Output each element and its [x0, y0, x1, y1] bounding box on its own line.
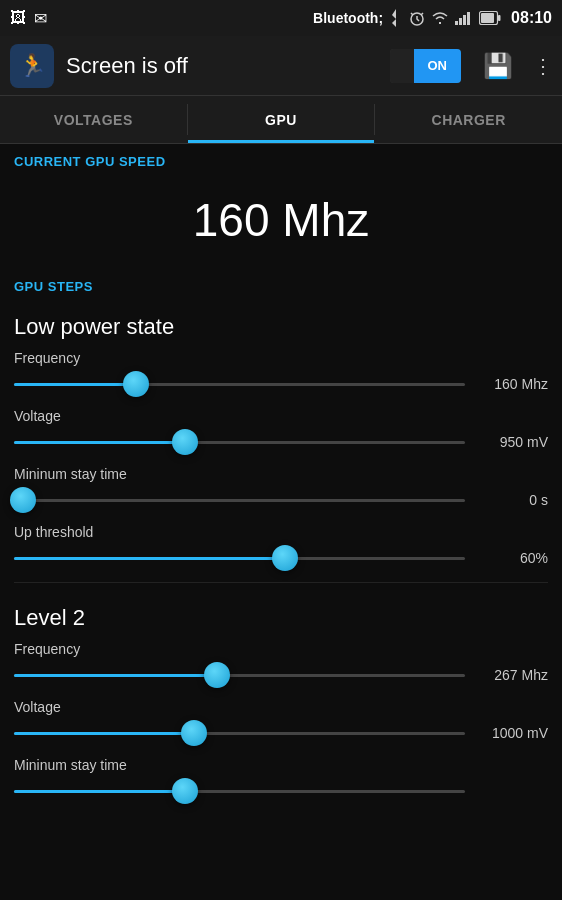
wifi-icon	[431, 11, 449, 25]
slider-thumb-1-0[interactable]	[204, 662, 230, 688]
slider-wrapper-0-3[interactable]	[14, 544, 465, 572]
current-gpu-speed-value: 160 Mhz	[0, 175, 562, 269]
overflow-menu-button[interactable]: ⋮	[533, 54, 552, 78]
status-bar-left: 🖼 ✉	[10, 9, 47, 28]
alarm-icon	[409, 10, 425, 26]
svg-rect-1	[455, 21, 458, 25]
gpu-steps-header: GPU STEPS	[0, 269, 562, 300]
slider-row-0-1: 950 mV	[14, 428, 548, 456]
svg-rect-2	[459, 18, 462, 25]
signal-icon	[455, 11, 473, 25]
level-title-0: Low power state	[14, 300, 548, 350]
slider-thumb-0-0[interactable]	[123, 371, 149, 397]
slider-row-1-0: 267 Mhz	[14, 661, 548, 689]
tab-bar: VOLTAGES GPU CHARGER	[0, 96, 562, 144]
slider-row-1-1: 1000 mV	[14, 719, 548, 747]
slider-wrapper-1-1[interactable]	[14, 719, 465, 747]
slider-label-0-1: Voltage	[14, 408, 548, 424]
tab-voltages[interactable]: VOLTAGES	[0, 96, 187, 143]
slider-wrapper-0-2[interactable]	[14, 486, 465, 514]
slider-row-0-0: 160 Mhz	[14, 370, 548, 398]
level-divider	[14, 582, 548, 583]
slider-thumb-0-1[interactable]	[172, 429, 198, 455]
bluetooth-icon: Bluetooth;	[313, 10, 383, 26]
slider-wrapper-1-2[interactable]	[14, 777, 465, 805]
email-icon: ✉	[34, 9, 47, 28]
slider-value-1-0: 267 Mhz	[473, 667, 548, 683]
slider-value-0-2: 0 s	[473, 492, 548, 508]
svg-rect-4	[467, 12, 470, 25]
battery-icon	[479, 11, 501, 25]
gpu-level-1: Level 2Frequency267 MhzVoltage1000 mVMin…	[14, 591, 548, 805]
gpu-steps-container: Low power stateFrequency160 MhzVoltage95…	[0, 300, 562, 805]
gpu-level-0: Low power stateFrequency160 MhzVoltage95…	[14, 300, 548, 583]
slider-thumb-0-3[interactable]	[272, 545, 298, 571]
app-icon: 🏃	[10, 44, 54, 88]
slider-group-1-1: Voltage1000 mV	[14, 699, 548, 747]
svg-rect-6	[498, 15, 501, 21]
svg-rect-7	[481, 13, 494, 23]
slider-row-1-2	[14, 777, 548, 805]
slider-row-0-3: 60%	[14, 544, 548, 572]
slider-label-1-2: Mininum stay time	[14, 757, 548, 773]
slider-label-1-0: Frequency	[14, 641, 548, 657]
slider-group-0-3: Up threshold60%	[14, 524, 548, 572]
slider-value-0-0: 160 Mhz	[473, 376, 548, 392]
slider-wrapper-0-1[interactable]	[14, 428, 465, 456]
slider-wrapper-1-0[interactable]	[14, 661, 465, 689]
slider-wrapper-0-0[interactable]	[14, 370, 465, 398]
slider-thumb-1-2[interactable]	[172, 778, 198, 804]
slider-row-0-2: 0 s	[14, 486, 548, 514]
bluetooth-icon	[389, 9, 403, 27]
slider-label-0-2: Mininum stay time	[14, 466, 548, 482]
slider-group-0-0: Frequency160 Mhz	[14, 350, 548, 398]
slider-thumb-1-1[interactable]	[181, 720, 207, 746]
slider-thumb-0-2[interactable]	[10, 487, 36, 513]
slider-group-0-2: Mininum stay time0 s	[14, 466, 548, 514]
slider-value-0-1: 950 mV	[473, 434, 548, 450]
screen-status-text: Screen is off	[66, 53, 378, 79]
image-icon: 🖼	[10, 9, 26, 27]
tab-gpu[interactable]: GPU	[188, 96, 375, 143]
status-bar: 🖼 ✉ Bluetooth; 08:10	[0, 0, 562, 36]
status-bar-right: Bluetooth; 08:10	[313, 9, 552, 27]
notification-bar: 🏃 Screen is off ON 💾 ⋮	[0, 36, 562, 96]
current-gpu-speed-header: CURRENT GPU SPEED	[0, 144, 562, 175]
slider-label-1-1: Voltage	[14, 699, 548, 715]
runner-icon: 🏃	[19, 53, 46, 79]
toggle-on-state[interactable]: ON	[414, 49, 462, 83]
slider-group-1-0: Frequency267 Mhz	[14, 641, 548, 689]
tab-charger[interactable]: CHARGER	[375, 96, 562, 143]
slider-group-1-2: Mininum stay time	[14, 757, 548, 805]
slider-value-1-1: 1000 mV	[473, 725, 548, 741]
time-display: 08:10	[511, 9, 552, 27]
slider-group-0-1: Voltage950 mV	[14, 408, 548, 456]
svg-rect-3	[463, 15, 466, 25]
toggle-switch[interactable]: ON	[390, 49, 462, 83]
slider-label-0-3: Up threshold	[14, 524, 548, 540]
main-content: CURRENT GPU SPEED 160 Mhz GPU STEPS Low …	[0, 144, 562, 900]
slider-label-0-0: Frequency	[14, 350, 548, 366]
level-title-1: Level 2	[14, 591, 548, 641]
toggle-off-state[interactable]	[390, 49, 414, 83]
save-button[interactable]: 💾	[483, 52, 513, 80]
slider-value-0-3: 60%	[473, 550, 548, 566]
